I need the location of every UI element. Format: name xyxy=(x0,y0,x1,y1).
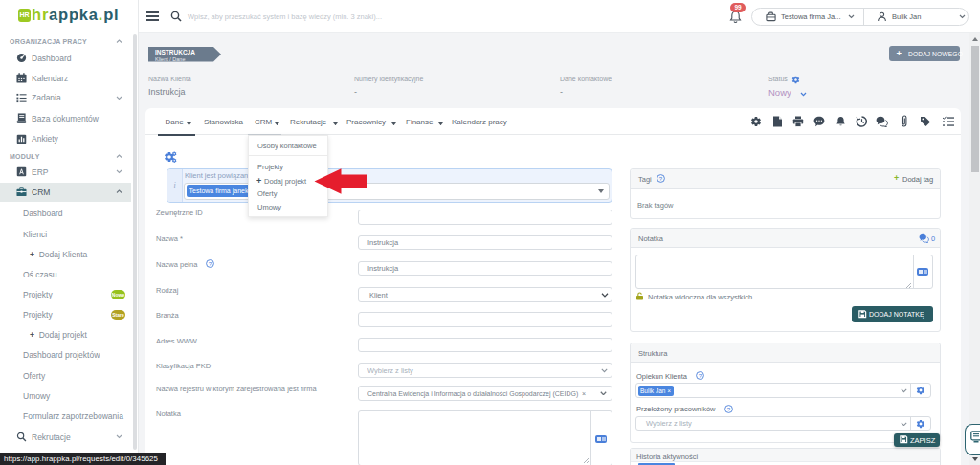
svg-text:?: ? xyxy=(727,406,731,411)
svg-text:?: ? xyxy=(209,260,212,266)
svg-text:?: ? xyxy=(659,176,663,182)
svg-text:?: ? xyxy=(699,373,702,379)
